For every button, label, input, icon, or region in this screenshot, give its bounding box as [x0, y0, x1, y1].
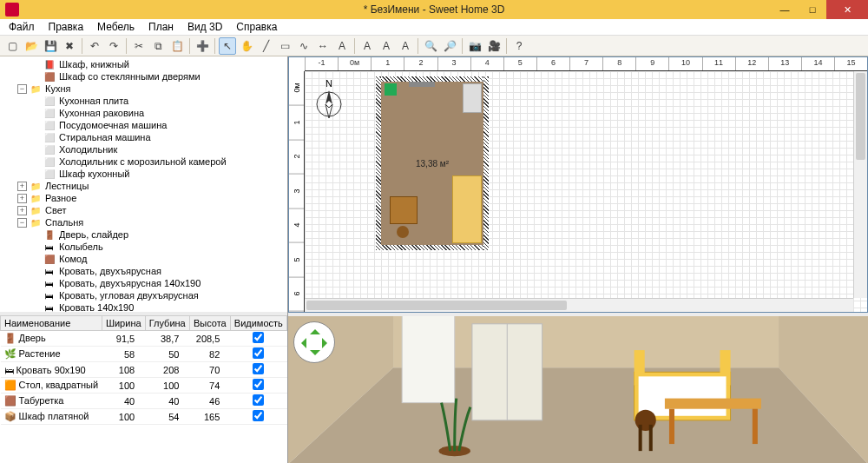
expander-icon[interactable]: −: [17, 84, 27, 94]
tree-item-icon: 🛏: [43, 291, 56, 301]
visibility-checkbox[interactable]: [253, 332, 264, 343]
column-header[interactable]: Видимость: [230, 316, 286, 331]
row-icon: 🟧: [4, 380, 16, 390]
text-small-button[interactable]: A: [397, 37, 414, 55]
expander-icon[interactable]: +: [17, 182, 27, 191]
menu-4[interactable]: Вид 3D: [182, 21, 227, 33]
nav-3d-control[interactable]: [293, 321, 335, 363]
table-row[interactable]: 🟫 Табуретка404046: [1, 394, 287, 409]
close-button[interactable]: ✕: [826, 0, 868, 19]
visibility-checkbox[interactable]: [253, 410, 264, 421]
tree-item[interactable]: 🛏Кровать 140x190: [0, 301, 287, 314]
zoom-in-button[interactable]: 🔍: [422, 37, 439, 55]
cut-button[interactable]: ✂: [130, 37, 148, 55]
add-furniture-button[interactable]: ➕: [194, 37, 211, 55]
menu-3[interactable]: План: [143, 21, 179, 33]
visibility-checkbox[interactable]: [253, 379, 264, 390]
tree-item[interactable]: ⬜Стиральная машина: [0, 131, 287, 143]
expander-icon[interactable]: −: [17, 218, 27, 228]
undo-button[interactable]: ↶: [86, 37, 103, 55]
svg-text:N: N: [326, 78, 332, 89]
text-italic-button[interactable]: A: [378, 37, 395, 55]
table-row[interactable]: 🛏 Кровать 90x19010820870: [1, 362, 287, 378]
plant-icon[interactable]: [385, 83, 397, 96]
furniture-properties-table[interactable]: НаименованиеШиринаГлубинаВысотаВидимость…: [0, 315, 287, 463]
plan-view-2d[interactable]: -10м123456789101112131415 0м123456 N 13,…: [288, 56, 868, 313]
tree-item-icon: 🚪: [43, 230, 56, 240]
copy-button[interactable]: ⧉: [149, 37, 167, 55]
tree-item[interactable]: 🟫Шкаф со стеклянными дверями: [0, 70, 287, 83]
column-header[interactable]: Высота: [189, 316, 230, 331]
paste-button[interactable]: 📋: [168, 37, 186, 55]
svg-rect-19: [639, 425, 642, 451]
text-large-button[interactable]: A: [358, 37, 376, 55]
table-row[interactable]: 🚪 Дверь91,538,7208,5: [1, 331, 287, 347]
bed-icon[interactable]: [452, 175, 482, 243]
plan-scrollbar-horizontal[interactable]: [305, 298, 853, 312]
menu-2[interactable]: Мебель: [92, 21, 140, 33]
photo-button[interactable]: 📷: [466, 37, 483, 55]
walls-button[interactable]: ╱: [257, 37, 274, 55]
tree-item[interactable]: +📁Свет: [0, 204, 287, 216]
open-button[interactable]: 📂: [23, 37, 40, 55]
prefs-button[interactable]: ✖: [61, 37, 78, 55]
tree-item-label: Дверь, слайдер: [57, 229, 130, 240]
tree-item[interactable]: 🛏Кровать, двухъярусная 140x190: [0, 277, 287, 289]
tree-item[interactable]: ⬜Кухонная раковина: [0, 107, 287, 119]
plan-scrollbar-vertical[interactable]: [853, 71, 867, 298]
table-row[interactable]: 🟧 Стол, квадратный10010074: [1, 378, 287, 394]
zoom-out-button[interactable]: 🔎: [441, 37, 458, 55]
table-icon[interactable]: [390, 196, 418, 224]
visibility-checkbox[interactable]: [253, 363, 264, 374]
table-row[interactable]: 🌿 Растение585082: [1, 347, 287, 362]
text-button[interactable]: A: [333, 37, 351, 55]
menu-1[interactable]: Правка: [43, 21, 89, 33]
dimension-button[interactable]: ↔: [314, 37, 332, 55]
stool-icon[interactable]: [397, 226, 409, 238]
column-header[interactable]: Наименование: [1, 316, 102, 331]
tree-item[interactable]: ⬜Кухонная плита: [0, 95, 287, 107]
column-header[interactable]: Ширина: [102, 316, 145, 331]
visibility-checkbox[interactable]: [253, 347, 264, 359]
expander-icon[interactable]: +: [17, 194, 27, 203]
wardrobe-icon[interactable]: [463, 83, 482, 113]
tree-item[interactable]: ⬜Шкаф кухонный: [0, 168, 287, 180]
tree-item[interactable]: 🟫Комод: [0, 253, 287, 265]
furniture-tree[interactable]: 📕Шкаф, книжный🟫Шкаф со стеклянными дверя…: [0, 56, 287, 315]
room-outline[interactable]: 13,38 м²: [376, 76, 489, 250]
maximize-button[interactable]: □: [799, 0, 826, 19]
tree-item[interactable]: ⬜Холодильник с морозильной камерой: [0, 155, 287, 168]
video-button[interactable]: 🎥: [485, 37, 503, 55]
tree-item[interactable]: 🚪Дверь, слайдер: [0, 228, 287, 241]
tree-item[interactable]: +📁Лестницы: [0, 180, 287, 192]
tree-item[interactable]: ⬜Холодильник: [0, 143, 287, 155]
tree-item[interactable]: 🛏Кровать, угловая двухъярусная: [0, 289, 287, 301]
column-header[interactable]: Глубина: [145, 316, 189, 331]
tree-item[interactable]: 🛏Кровать, двухъярусная: [0, 265, 287, 277]
table-row[interactable]: 📦 Шкаф платяной10054165: [1, 409, 287, 425]
tree-item[interactable]: −📁Кухня: [0, 83, 287, 95]
new-button[interactable]: ▢: [3, 37, 21, 55]
tree-item[interactable]: ⬜Посудомоечная машина: [0, 119, 287, 131]
save-button[interactable]: 💾: [42, 37, 59, 55]
select-button[interactable]: ↖: [219, 37, 236, 55]
tree-item[interactable]: +📁Разное: [0, 192, 287, 204]
help-button[interactable]: ?: [510, 37, 528, 55]
pan-button[interactable]: ✋: [238, 37, 255, 55]
expander-icon[interactable]: +: [17, 206, 27, 215]
rooms-button[interactable]: ▭: [276, 37, 293, 55]
door-icon[interactable]: [409, 82, 435, 87]
tree-item[interactable]: 🛏Колыбель: [0, 241, 287, 253]
compass-icon[interactable]: N: [312, 78, 346, 122]
expander-icon: [31, 303, 41, 313]
menu-5[interactable]: Справка: [231, 21, 282, 33]
tree-item[interactable]: −📁Спальня: [0, 216, 287, 228]
tree-item[interactable]: 📕Шкаф, книжный: [0, 58, 287, 70]
tree-item-label: Холодильник с морозильной камерой: [57, 156, 228, 167]
minimize-button[interactable]: —: [771, 0, 799, 19]
visibility-checkbox[interactable]: [253, 394, 264, 406]
redo-button[interactable]: ↷: [105, 37, 122, 55]
menu-0[interactable]: Файл: [3, 21, 40, 33]
view-3d[interactable]: [288, 313, 868, 463]
polyline-button[interactable]: ∿: [295, 37, 312, 55]
